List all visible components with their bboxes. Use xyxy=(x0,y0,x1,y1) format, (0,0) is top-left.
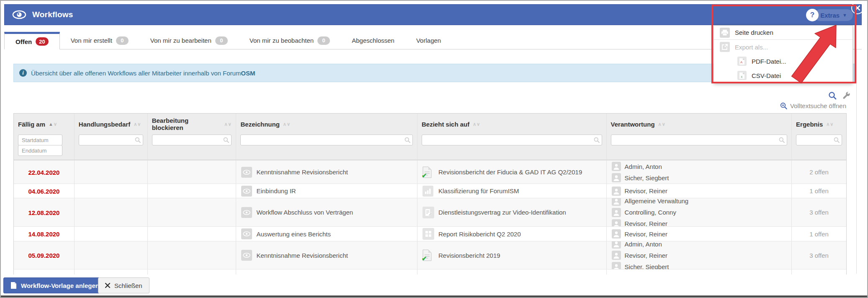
close-panel-button[interactable] xyxy=(851,2,864,14)
tab-von-mir-zu-beobachten[interactable]: Von mir zu beobachten0 xyxy=(239,32,341,49)
tab-offen[interactable]: Offen20 xyxy=(4,32,60,49)
bezeichnung-cell: Workflow Abschluss von Verträgen xyxy=(236,198,417,226)
filter-cell-handlungsbedarf xyxy=(75,132,148,160)
person-icon xyxy=(612,208,621,217)
filter-input-verantwortung[interactable] xyxy=(611,135,788,145)
menu-item-csv-datei[interactable]: xCSV-Datei xyxy=(714,68,853,83)
close-button[interactable]: Schließen xyxy=(98,277,149,293)
page-title: Workflows xyxy=(32,10,73,19)
due-date-cell: 22.04.2020 xyxy=(14,161,75,184)
sort-arrows-icon[interactable]: ∧∨ xyxy=(473,122,480,127)
handlungsbedarf-cell xyxy=(75,198,148,226)
info-text: Übersicht über alle offenen Workflows al… xyxy=(31,70,241,77)
bezeichnung-cell: Auswertung eines Berichts xyxy=(236,227,417,241)
handlungsbedarf-cell xyxy=(75,227,148,241)
end-date-input[interactable] xyxy=(18,145,62,156)
filter-input-bearbeitung-blockieren[interactable] xyxy=(152,135,232,145)
column-header-f-llig-am[interactable]: Fällig am▲∨ xyxy=(14,114,75,132)
filter-input-bezeichnung[interactable] xyxy=(240,135,413,145)
responsible-person: Revisor, Reiner xyxy=(612,251,669,260)
bezieht-sich-auf-cell: Klassifizierung für ForumISM xyxy=(417,184,607,198)
export-icon xyxy=(720,42,730,52)
report-icon xyxy=(422,228,434,240)
sort-arrows-icon[interactable]: ▲∨ xyxy=(49,122,57,127)
tab-label: Von mir erstellt xyxy=(71,37,112,44)
tab-label: Von mir zu bearbeiten xyxy=(150,37,211,44)
search-icon xyxy=(594,137,600,143)
column-header-bezeichnung[interactable]: Bezeichnung∧∨ xyxy=(236,114,417,132)
menu-item-label: Seite drucken xyxy=(735,29,773,36)
table-row[interactable]: 14.08.2020Auswertung eines BerichtsRepor… xyxy=(14,226,846,241)
column-header-verantwortung[interactable]: Verantwortung∧∨ xyxy=(607,114,792,132)
person-icon xyxy=(612,241,621,249)
filter-input-handlungsbedarf[interactable] xyxy=(79,135,143,145)
tab-count-badge: 0 xyxy=(116,36,129,45)
create-workflow-template-button[interactable]: Workflow-Vorlage anlegen xyxy=(3,277,106,293)
column-header-ergebnis[interactable]: Ergebnis∧∨ xyxy=(792,114,846,132)
bearbeitung-blockieren-cell xyxy=(148,198,237,226)
responsible-person: Revisor, Reiner xyxy=(612,187,668,196)
extras-button[interactable]: Extras ▼ xyxy=(814,9,853,21)
tab-vorlagen[interactable]: Vorlagen xyxy=(405,32,452,49)
tab-abgeschlossen[interactable]: Abgeschlossen xyxy=(341,32,405,49)
sort-arrows-icon[interactable]: ∧∨ xyxy=(224,122,232,127)
search-icon[interactable] xyxy=(828,91,837,100)
tab-von-mir-zu-bearbeiten[interactable]: Von mir zu bearbeiten0 xyxy=(139,32,239,49)
bearbeitung-blockieren-cell xyxy=(148,241,237,269)
column-header-bearbeitung-blockieren[interactable]: Bearbeitung blockieren∧∨ xyxy=(148,114,237,132)
sort-arrows-icon[interactable]: ∧∨ xyxy=(658,122,666,127)
bezieht-sich-auf-cell: Dienstleistungsvertrag zur Video-Identif… xyxy=(417,198,607,226)
responsible-person: Admin, Anton xyxy=(612,241,669,249)
filter-cell-bearbeitung-blockieren xyxy=(148,132,237,160)
sort-arrows-icon[interactable]: ∧∨ xyxy=(826,122,834,127)
workflow-eye-icon xyxy=(12,10,26,20)
open-fulltext-search-link[interactable]: Volltextsuche öffnen xyxy=(780,102,846,109)
verantwortung-cell: Admin, AntonSicher, Siegbert xyxy=(607,161,792,184)
svg-text:x: x xyxy=(741,75,743,79)
table-row[interactable]: 04.06.2020Einbindung IRKlassifizierung f… xyxy=(14,184,846,198)
filter-input-bezieht-sich-auf[interactable] xyxy=(422,135,602,145)
wrench-icon[interactable] xyxy=(842,91,850,100)
window-bottom-edge xyxy=(1,295,867,297)
search-icon xyxy=(135,137,141,143)
tab-count-badge: 0 xyxy=(317,36,330,45)
person-icon xyxy=(612,198,621,206)
due-date-cell: 05.09.2020 xyxy=(14,241,75,269)
filter-cell-ergebnis xyxy=(792,132,846,160)
person-icon xyxy=(612,262,621,269)
table-row[interactable]: 22.04.2020Kenntnisnahme Revisionsbericht… xyxy=(14,160,846,184)
start-date-input[interactable] xyxy=(18,135,62,145)
workflows-window: Workflows ? Extras ▼ Offen20Von mir erst… xyxy=(0,0,868,298)
table-row[interactable]: 12.08.2020Workflow Abschluss von Verträg… xyxy=(14,198,846,226)
column-header-handlungsbedarf[interactable]: Handlungsbedarf∧∨ xyxy=(75,114,148,132)
eye-icon xyxy=(241,207,252,218)
ergebnis-cell: 2 offen xyxy=(792,161,846,184)
svg-text:A: A xyxy=(740,60,743,64)
menu-item-seite-drucken[interactable]: Seite drucken xyxy=(714,26,853,40)
person-icon xyxy=(612,229,621,238)
search-icon xyxy=(779,137,785,143)
chevron-down-icon: ▼ xyxy=(842,13,847,18)
verantwortung-cell: Revisor, Reiner xyxy=(607,184,792,198)
verantwortung-cell: Allgemeine VerwaltungControlling, ConnyR… xyxy=(607,198,792,226)
tab-von-mir-erstellt[interactable]: Von mir erstellt0 xyxy=(60,32,139,49)
bezeichnung-cell: Einbindung IR xyxy=(236,184,417,198)
tab-label: Vorlagen xyxy=(416,37,441,44)
chart-icon xyxy=(422,186,433,197)
search-icon xyxy=(404,137,410,143)
menu-item-label: PDF-Datei... xyxy=(752,58,786,65)
sort-arrows-icon[interactable]: ∧∨ xyxy=(134,122,141,127)
menu-item-label: Export als... xyxy=(735,44,768,51)
filter-cell-bezieht-sich-auf xyxy=(417,132,607,160)
column-header-bezieht-sich-auf[interactable]: Bezieht sich auf∧∨ xyxy=(417,114,607,132)
eye-icon xyxy=(241,167,252,178)
table-row[interactable]: 05.09.2020Kenntnisnahme Revisionsbericht… xyxy=(14,241,846,269)
search-icon xyxy=(834,137,840,143)
responsible-person: Sicher, Siegbert xyxy=(612,262,669,269)
eye-icon xyxy=(241,228,252,239)
tab-count-badge: 20 xyxy=(36,37,48,46)
sort-arrows-icon[interactable]: ∧∨ xyxy=(283,122,291,127)
menu-item-pdf-datei[interactable]: APDF-Datei... xyxy=(714,54,853,68)
person-icon xyxy=(612,173,621,182)
person-icon xyxy=(612,187,621,196)
